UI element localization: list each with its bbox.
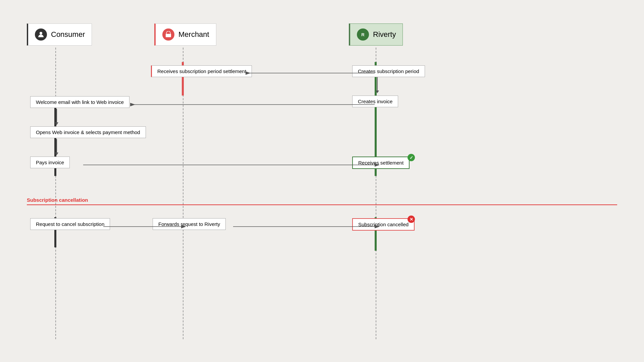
riverty-label: Riverty <box>373 30 396 39</box>
arrows-overlay <box>0 0 644 362</box>
cancelled-badge: ✕ <box>408 216 415 223</box>
creates-subscription-box: Creates subscription period <box>352 65 425 77</box>
settlement-badge: ✓ <box>408 154 415 161</box>
diagram-container: Consumer Merchant R Riverty <box>0 0 644 362</box>
pays-invoice-box: Pays invoice <box>30 157 70 168</box>
svg-text:R: R <box>361 32 365 37</box>
opens-web-invoice-box: Opens Web invoice & selects payment meth… <box>30 126 146 138</box>
actor-consumer: Consumer <box>27 23 92 46</box>
section-divider <box>27 204 617 205</box>
receives-subscription-box: Receives subscription period settlement <box>151 65 252 77</box>
lifeline-consumer <box>55 48 56 339</box>
creates-invoice-box: Creates invoice <box>352 96 398 107</box>
v-connector-consumer-2 <box>55 139 58 155</box>
merchant-icon <box>162 28 174 41</box>
request-cancel-box: Request to cancel subscription <box>30 218 110 230</box>
v-connector-consumer-1 <box>55 109 58 125</box>
subscription-cancelled-box: Subscription cancelled <box>352 218 415 231</box>
receives-settlement-box: Receives settlement <box>352 157 410 169</box>
v-connector-riverty-1 <box>376 77 379 93</box>
consumer-icon <box>35 28 47 41</box>
svg-point-0 <box>40 32 42 35</box>
svg-rect-2 <box>168 35 169 36</box>
welcome-email-box: Welcome email with link to Web invoice <box>30 96 129 108</box>
consumer-label: Consumer <box>51 30 85 39</box>
forwards-request-box: Forwards request to Riverty <box>153 218 226 230</box>
actor-riverty: R Riverty <box>349 23 403 46</box>
actor-merchant: Merchant <box>154 23 216 46</box>
subscription-cancellation-label: Subscription cancellation <box>27 197 88 203</box>
riverty-icon: R <box>357 28 369 41</box>
merchant-label: Merchant <box>178 30 209 39</box>
